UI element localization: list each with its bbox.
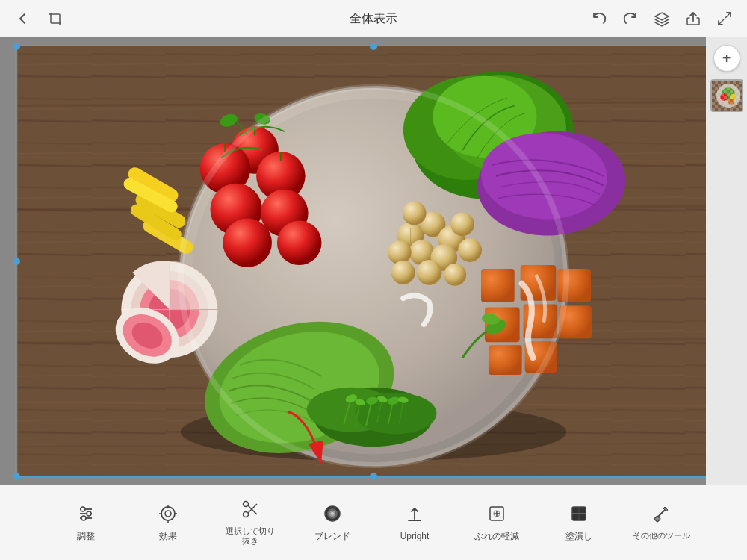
adjust-label: 調整	[77, 531, 95, 541]
tool-adjust[interactable]: 調整	[45, 493, 127, 553]
crop-button[interactable]	[45, 8, 66, 29]
svg-point-72	[403, 202, 427, 225]
blend-label: ブレンド	[314, 531, 350, 541]
upright-icon	[405, 504, 424, 526]
bottom-toolbar: 調整 効果 選択して切り抜き	[0, 485, 747, 560]
svg-point-104	[87, 511, 91, 516]
svg-point-70	[444, 264, 466, 286]
undo-button[interactable]	[589, 8, 610, 29]
canvas-area	[0, 37, 747, 485]
tool-blend[interactable]: ブレンド	[291, 493, 374, 553]
svg-rect-0	[51, 14, 60, 23]
svg-rect-73	[481, 269, 515, 302]
svg-line-7	[719, 19, 724, 25]
salad-image	[16, 46, 731, 476]
header-title: 全体表示	[350, 11, 397, 27]
layer-thumbnail[interactable]	[710, 79, 743, 112]
effects-icon	[158, 504, 178, 526]
svg-point-113	[244, 501, 249, 506]
svg-rect-79	[489, 345, 522, 375]
handle-bottom-center[interactable]	[370, 473, 377, 480]
upright-label: Upright	[400, 531, 430, 541]
blur-reduce-icon	[487, 504, 506, 526]
handle-top-left[interactable]	[13, 43, 20, 50]
svg-point-71	[458, 238, 482, 262]
other-tools-label: その他のツール	[633, 531, 690, 541]
tool-effects[interactable]: 効果	[127, 493, 209, 553]
back-button[interactable]	[12, 8, 33, 29]
svg-point-119	[331, 512, 334, 515]
svg-point-105	[81, 516, 86, 520]
select-cut-label: 選択して切り抜き	[226, 526, 275, 546]
adjust-icon	[76, 504, 96, 526]
handle-bottom-left[interactable]	[13, 473, 20, 480]
select-cut-icon	[241, 500, 260, 522]
svg-point-112	[244, 511, 249, 517]
svg-point-66	[388, 240, 412, 264]
handle-left-center[interactable]	[13, 258, 20, 265]
svg-point-41	[277, 220, 322, 265]
expand-button[interactable]	[714, 8, 735, 29]
title-text: 全体表示	[350, 12, 397, 25]
blur-reduce-label: ぶれの軽減	[474, 531, 519, 541]
right-sidebar: +	[706, 37, 747, 485]
svg-line-6	[725, 13, 731, 18]
share-button[interactable]	[683, 8, 704, 29]
paint-icon	[569, 504, 589, 526]
svg-point-67	[450, 212, 474, 236]
thumbnail-checkered-bg	[712, 81, 742, 111]
image-container[interactable]	[15, 45, 732, 478]
tool-paint[interactable]: 塗潰し	[538, 493, 620, 553]
redo-button[interactable]	[620, 8, 641, 29]
svg-point-68	[417, 260, 442, 285]
svg-point-69	[391, 261, 415, 284]
other-tools-icon	[651, 504, 671, 526]
svg-point-40	[223, 218, 272, 267]
svg-point-103	[81, 507, 85, 511]
svg-marker-5	[655, 13, 669, 20]
svg-rect-130	[654, 516, 660, 522]
add-layer-button[interactable]: +	[713, 45, 740, 72]
blend-icon	[323, 504, 342, 526]
svg-line-114	[248, 504, 257, 513]
header-left-controls	[12, 8, 66, 29]
svg-line-115	[248, 505, 257, 514]
tool-select-cut[interactable]: 選択して切り抜き	[209, 493, 291, 553]
tool-other[interactable]: その他のツール	[620, 493, 702, 553]
svg-point-106	[161, 507, 175, 520]
handle-top-center[interactable]	[370, 43, 377, 50]
tool-upright[interactable]: Upright	[374, 493, 456, 553]
tool-blur-reduce[interactable]: ぶれの軽減	[456, 493, 538, 553]
paint-label: 塗潰し	[565, 531, 592, 541]
header-right-controls	[589, 8, 735, 29]
header: 全体表示	[0, 0, 747, 37]
svg-point-107	[165, 511, 171, 517]
layers-button[interactable]	[651, 8, 672, 29]
effects-label: 効果	[159, 531, 177, 541]
